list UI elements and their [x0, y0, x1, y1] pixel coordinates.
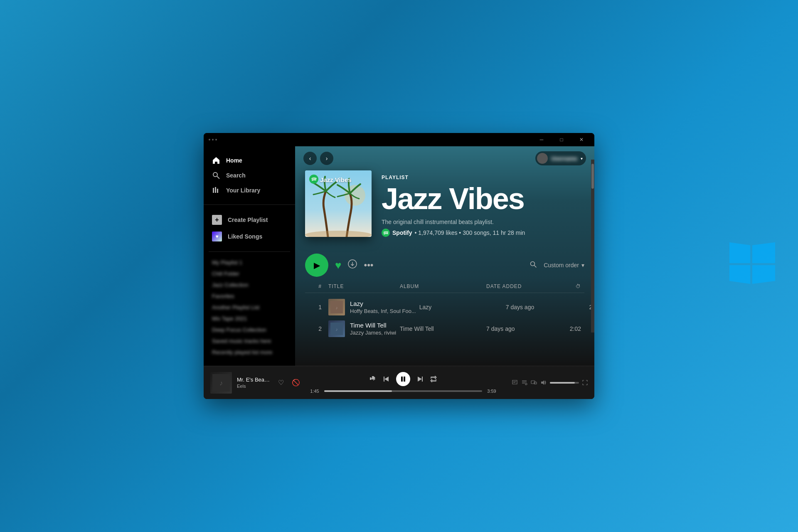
playlist-item[interactable]: Favorites: [207, 291, 292, 302]
user-menu[interactable]: Username ▾: [535, 151, 586, 165]
title-bar-dot-3: [215, 139, 217, 140]
svg-marker-2: [729, 265, 750, 284]
queue-button[interactable]: [521, 379, 527, 386]
playlist-item[interactable]: Deep Focus Collection: [207, 324, 292, 335]
sidebar-item-library[interactable]: Your Library: [207, 183, 292, 198]
play-button[interactable]: ▶: [305, 254, 328, 277]
user-chevron-icon: ▾: [581, 156, 583, 161]
sidebar-playlist-list[interactable]: My Playlist 1 Chill Folder Jazz Collecti…: [204, 255, 295, 366]
search-icon: [212, 171, 220, 180]
track-thumbnail: ♪: [328, 299, 345, 315]
sidebar-library-label: Your Library: [226, 187, 260, 194]
svg-marker-3: [752, 265, 775, 284]
create-playlist-label: Create Playlist: [228, 217, 268, 223]
playlist-item[interactable]: Recently played list more: [207, 347, 292, 358]
col-num: #: [308, 283, 325, 289]
spotify-icon: [382, 229, 390, 237]
previous-button[interactable]: [383, 376, 389, 382]
sidebar: Home Search: [204, 146, 295, 366]
svg-rect-8: [217, 189, 218, 193]
track-title: Lazy: [350, 300, 416, 307]
minimize-button[interactable]: ─: [532, 133, 551, 146]
np-like-button[interactable]: ♡: [275, 377, 287, 389]
title-bar: ─ □ ✕: [204, 133, 594, 146]
nav-forward-button[interactable]: ›: [320, 152, 333, 165]
like-button[interactable]: ♥: [335, 259, 341, 272]
cover-title: Jazz Vibes: [320, 176, 352, 183]
download-button[interactable]: [348, 259, 357, 271]
svg-rect-25: [401, 377, 403, 382]
track-search-button[interactable]: [530, 261, 537, 270]
title-bar-controls: ─ □ ✕: [532, 133, 591, 146]
svg-text:♪: ♪: [336, 305, 338, 310]
playlist-cover: Jazz Vibes: [305, 170, 372, 237]
table-row[interactable]: 1 ♪ Lazy Hoffy Beats, Inf, Soul Foo...: [305, 296, 584, 318]
scrollbar-track[interactable]: [591, 160, 594, 332]
user-name: Username: [551, 155, 577, 162]
volume-bar-fill: [550, 382, 575, 384]
progress-bar[interactable]: [324, 390, 482, 392]
playlist-type-label: PLAYLIST: [382, 175, 584, 180]
np-total-time: 3:59: [485, 389, 498, 394]
next-button[interactable]: [417, 376, 424, 382]
sidebar-item-search[interactable]: Search: [207, 168, 292, 183]
playlist-item[interactable]: Another Playlist List: [207, 302, 292, 313]
title-bar-dot: [209, 139, 210, 140]
liked-songs-label: Liked Songs: [228, 233, 262, 240]
playlist-item[interactable]: Chill Folder: [207, 268, 292, 279]
playlist-item[interactable]: Jazz Collection: [207, 279, 292, 291]
svg-point-4: [213, 172, 217, 177]
title-bar-dots: [209, 139, 217, 140]
col-album: ALBUM: [400, 283, 483, 289]
playlist-item[interactable]: My Playlist 1: [207, 257, 292, 268]
track-number: 2: [308, 325, 325, 332]
app-body: Home Search: [204, 146, 594, 366]
svg-rect-24: [384, 377, 384, 382]
sidebar-item-create-playlist[interactable]: + Create Playlist: [207, 212, 292, 228]
playlist-item[interactable]: Saved music tracks here: [207, 335, 292, 347]
spotify-name: Spotify: [392, 229, 412, 236]
sidebar-divider: [209, 251, 290, 252]
playlist-description: The original chill instrumental beats pl…: [382, 219, 584, 225]
fullscreen-button[interactable]: [582, 380, 588, 385]
now-playing-track-info: ♪ Mr. E's Beautiful Blues Eels ♡ 🚫: [210, 372, 302, 394]
spotify-window: ─ □ ✕ Home: [204, 133, 594, 399]
svg-marker-27: [418, 377, 422, 382]
now-playing-thumbnail: ♪: [210, 372, 232, 394]
close-button[interactable]: ✕: [572, 133, 591, 146]
sort-dropdown[interactable]: Custom order ▾: [544, 262, 584, 268]
volume-bar[interactable]: [550, 382, 579, 384]
lyrics-button[interactable]: [512, 379, 518, 386]
svg-rect-26: [404, 377, 405, 382]
heart-icon: ♥: [212, 232, 222, 241]
shuffle-button[interactable]: [369, 376, 376, 382]
now-playing-artist: Eels: [237, 384, 270, 389]
now-playing-bar: ♪ Mr. E's Beautiful Blues Eels ♡ 🚫: [204, 366, 594, 399]
np-controls: [369, 372, 437, 386]
np-progress: 1:45 3:59: [308, 389, 498, 394]
repeat-button[interactable]: [430, 376, 437, 382]
table-row[interactable]: 2 ♪ Time Will Tell Jazzy James, riviwi: [305, 318, 584, 340]
track-artist: Jazzy James, riviwi: [350, 330, 396, 336]
maximize-button[interactable]: □: [552, 133, 571, 146]
nav-buttons: ‹ ›: [303, 152, 333, 165]
svg-marker-23: [384, 377, 389, 382]
col-date: DATE ADDED: [486, 283, 553, 289]
svg-point-34: [525, 383, 527, 385]
np-play-pause-button[interactable]: [396, 372, 410, 386]
now-playing-title: Mr. E's Beautiful Blues: [237, 377, 270, 383]
more-options-button[interactable]: •••: [364, 260, 373, 271]
sidebar-item-liked-songs[interactable]: ♥ Liked Songs: [207, 228, 292, 245]
playlist-song-stats: 300 songs, 11 hr 28 min: [463, 229, 525, 236]
np-block-button[interactable]: 🚫: [290, 377, 302, 389]
track-date-added: 7 days ago: [506, 304, 572, 310]
track-list-header: # TITLE ALBUM DATE ADDED ⏱: [305, 283, 584, 293]
volume-icon[interactable]: [540, 379, 547, 386]
svg-rect-28: [422, 377, 423, 382]
playlist-item[interactable]: Mix Tape 2021: [207, 313, 292, 324]
devices-button[interactable]: [531, 379, 537, 386]
col-duration: ⏱: [556, 283, 581, 289]
svg-marker-0: [729, 242, 750, 263]
sidebar-item-home[interactable]: Home: [207, 153, 292, 168]
nav-back-button[interactable]: ‹: [303, 152, 317, 165]
